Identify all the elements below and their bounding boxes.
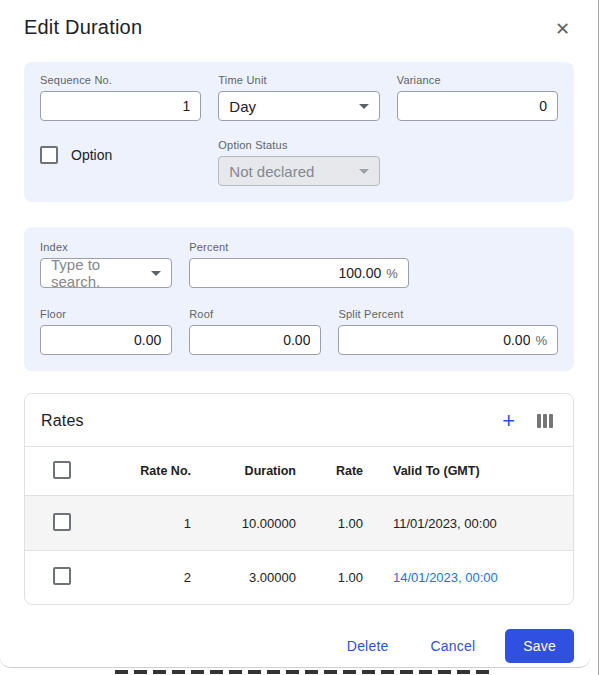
- cell-rate-no: 1: [85, 516, 191, 531]
- table-row: 1 10.00000 1.00 11/01/2023, 00:00: [25, 496, 573, 550]
- split-percent-input-box: %: [338, 325, 558, 355]
- delete-button[interactable]: Delete: [331, 630, 405, 662]
- cell-duration: 3.00000: [191, 570, 296, 585]
- time-unit-label: Time Unit: [218, 74, 379, 86]
- percent-suffix: %: [386, 266, 398, 281]
- time-unit-select[interactable]: Day: [218, 91, 379, 121]
- table-row: 2 3.00000 1.00 14/01/2023, 00:00: [25, 550, 573, 604]
- roof-field: Roof: [189, 308, 321, 355]
- edit-duration-dialog: Edit Duration ✕ Sequence No. Time Unit D…: [0, 0, 590, 668]
- option-checkbox[interactable]: [40, 146, 58, 164]
- cell-duration: 10.00000: [191, 516, 296, 531]
- option-label: Option: [71, 147, 112, 163]
- cell-rate: 1.00: [296, 570, 363, 585]
- index-label: Index: [40, 241, 172, 253]
- floor-field: Floor: [40, 308, 172, 355]
- variance-input[interactable]: [397, 91, 558, 121]
- split-percent-field: Split Percent %: [338, 308, 558, 355]
- col-header-valid-to: Valid To (GMT): [363, 464, 573, 478]
- add-rate-icon[interactable]: +: [502, 411, 515, 431]
- close-icon[interactable]: ✕: [549, 16, 576, 42]
- roof-label: Roof: [189, 308, 321, 320]
- time-unit-field: Time Unit Day: [218, 74, 379, 121]
- option-status-field: Option Status Not declared: [218, 139, 379, 186]
- split-percent-suffix: %: [535, 333, 547, 348]
- percent-label: Percent: [189, 241, 409, 253]
- index-field: Index Type to search.: [40, 241, 172, 288]
- row-checkbox[interactable]: [53, 567, 71, 585]
- sequence-no-field: Sequence No.: [40, 74, 201, 121]
- dialog-title: Edit Duration: [24, 16, 142, 39]
- duration-section: Sequence No. Time Unit Day Variance Opti…: [24, 62, 574, 202]
- sequence-no-input[interactable]: [40, 91, 201, 121]
- split-percent-label: Split Percent: [338, 308, 558, 320]
- select-all-checkbox[interactable]: [53, 461, 71, 479]
- col-header-duration: Duration: [191, 464, 296, 478]
- chevron-down-icon: [359, 169, 369, 174]
- cell-rate: 1.00: [296, 516, 363, 531]
- chevron-down-icon: [151, 271, 161, 276]
- rates-title: Rates: [41, 412, 84, 430]
- cancel-button[interactable]: Cancel: [415, 630, 492, 662]
- save-button[interactable]: Save: [505, 629, 574, 663]
- option-status-label: Option Status: [218, 139, 379, 151]
- option-status-select: Not declared: [218, 156, 379, 186]
- rates-card-header: Rates +: [25, 394, 573, 446]
- col-header-rate: Rate: [296, 464, 363, 478]
- dialog-footer: Delete Cancel Save: [24, 629, 574, 663]
- col-header-rate-no: Rate No.: [85, 464, 191, 478]
- floor-input[interactable]: [40, 325, 172, 355]
- dialog-header: Edit Duration ✕: [24, 16, 574, 50]
- index-section: Index Type to search. Percent % Floor: [24, 227, 574, 371]
- time-unit-value: Day: [229, 98, 256, 115]
- split-percent-input[interactable]: [349, 332, 530, 348]
- option-field: Option: [40, 140, 201, 170]
- columns-settings-icon[interactable]: [537, 414, 553, 428]
- variance-label: Variance: [397, 74, 558, 86]
- percent-input-box: %: [189, 258, 409, 288]
- index-placeholder: Type to search.: [51, 256, 145, 290]
- variance-field: Variance: [397, 74, 558, 121]
- cell-valid-to: 11/01/2023, 00:00: [363, 516, 573, 531]
- rates-table-header-row: Rate No. Duration Rate Valid To (GMT): [25, 446, 573, 496]
- index-search-select[interactable]: Type to search.: [40, 258, 172, 288]
- option-status-value: Not declared: [229, 163, 314, 180]
- background-content-strip: [115, 670, 493, 674]
- cell-rate-no: 2: [85, 570, 191, 585]
- roof-input[interactable]: [189, 325, 321, 355]
- floor-label: Floor: [40, 308, 172, 320]
- sequence-no-label: Sequence No.: [40, 74, 201, 86]
- row-checkbox[interactable]: [53, 513, 71, 531]
- cell-valid-to-link[interactable]: 14/01/2023, 00:00: [363, 570, 573, 585]
- percent-input[interactable]: [200, 265, 381, 281]
- window-right-edge: [598, 0, 599, 675]
- percent-field: Percent %: [189, 241, 409, 288]
- chevron-down-icon: [359, 104, 369, 109]
- rates-card: Rates + Rate No. Duration Rate Valid To …: [24, 393, 574, 605]
